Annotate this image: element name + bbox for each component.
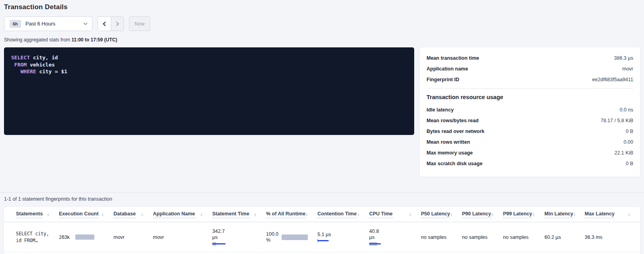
detail-value: movr [622,66,633,72]
detail-row-max-memory-usage: Max memory usage 22.1 KiB [427,147,633,158]
sort-icon[interactable]: ▲▼ [200,213,203,217]
sort-icon[interactable]: ▲▼ [357,213,360,217]
sql-indent [11,68,20,74]
sort-icon[interactable]: ▲▼ [254,213,256,217]
detail-value: 0.0 ns [620,107,633,113]
sql-keyword: WHERE [20,68,36,74]
column-header-label: P90 Latency [462,211,491,218]
detail-label: Mean rows written [427,139,470,145]
column-header-statement-time[interactable]: Statement Time▲▼ [212,211,266,218]
statement-line: SELECT city, [16,231,49,237]
statement-time-cell: 342.7 µs [212,229,266,246]
runtime-pct-bar [282,234,308,240]
detail-label: Mean rows/bytes read [427,118,479,123]
sql-keyword: FROM [14,62,27,68]
sql-line: SELECT city, id [11,54,407,61]
cpu-time-stdev-line [369,243,381,244]
sort-icon[interactable]: ▲▼ [450,213,452,217]
time-range-selected: Past 6 Hours [25,21,84,27]
p50-latency-cell: no samples [421,234,462,240]
column-header-database[interactable]: Database▲▼ [114,211,153,218]
detail-row-idle-latency: Idle latency 0.0 ns [427,104,633,115]
column-header-application-name[interactable]: Application Name▲▼ [153,211,212,218]
next-time-button[interactable] [111,17,123,31]
page-title: Transaction Details [4,3,640,11]
column-header-pct-of-all-runtime[interactable]: % of All Runtime▲▼ [266,211,317,218]
cpu-time-bar-chart [369,242,387,246]
column-header-label: Database [114,211,136,218]
prev-time-button[interactable] [98,17,111,31]
statement-time-bar-chart [212,242,230,246]
contention-time-cell: 5.1 µs [317,232,369,243]
detail-value: 386.3 µs [614,55,633,61]
sort-icon[interactable]: ▲▼ [491,213,493,217]
column-header-p99-latency[interactable]: P99 Latency▲▼ [503,211,544,218]
sort-icon[interactable]: ▲▼ [532,213,535,217]
sql-keyword: SELECT [11,55,30,61]
column-header-max-latency[interactable]: Max Latency▲▼ [585,211,640,218]
panel-divider [427,88,633,89]
column-header-cpu-time[interactable]: CPU Time▲▼ [369,211,421,218]
column-header-label: CPU Time [369,211,393,218]
sql-line: WHERE city = $1 [11,68,407,75]
now-button[interactable]: Now [129,16,150,31]
detail-row-application-name: Application name movr [427,63,633,74]
p99-latency-cell: no samples [503,234,544,240]
column-header-label: % of All Runtime [266,211,305,218]
column-header-contention-time[interactable]: Contention Time▲▼ [317,211,369,218]
detail-row-max-scratch-disk-usage: Max scratch disk usage 0 B [427,158,633,169]
sql-statement-box: SELECT city, id FROM vehicles WHERE city… [4,47,414,135]
detail-label: Application name [427,66,468,72]
detail-row-mean-rows-written: Mean rows written 0.00 [427,137,633,147]
detail-label: Idle latency [427,107,454,113]
column-header-p50-latency[interactable]: P50 Latency▲▼ [421,211,462,218]
cpu-time-cell: 40.8 µs [369,229,421,246]
execution-count-bar [75,234,94,240]
stats-line-prefix: Showing aggregated stats from [4,37,70,43]
sql-indent [11,62,14,68]
sql-line: FROM vehicles [11,61,407,68]
detail-row-bytes-read-over-network: Bytes read over network 0 B [427,126,633,137]
sort-icon[interactable]: ▲▼ [628,213,630,217]
sort-icon[interactable]: ▲▼ [47,213,49,217]
chevron-left-icon [103,21,107,26]
sort-icon[interactable]: ▲▼ [305,213,308,217]
sort-icon[interactable]: ▲▼ [102,213,104,217]
contention-time-value: 5.1 µs [317,232,360,237]
column-header-label: Min Latency [544,211,573,218]
table-row: SELECT city, id FROM… 263k movr movr 342… [4,222,640,252]
sort-icon[interactable]: ▲▼ [409,213,411,217]
sort-icon[interactable]: ▲▼ [573,213,575,217]
runtime-pct-cell: 100.0 % [266,231,317,243]
execution-count-cell: 263k [59,234,114,240]
time-range-dropdown[interactable]: 6h Past 6 Hours [4,16,92,31]
column-header-min-latency[interactable]: Min Latency▲▼ [544,211,585,218]
detail-row-mean-transaction-time: Mean transaction time 386.3 µs [427,53,633,63]
contention-time-stdev-line [317,240,329,241]
runtime-pct-unit: % [266,237,278,243]
detail-value: ee2df683f5aa9411 [592,77,633,82]
application-name-cell: movr [153,234,212,240]
sql-text: city, id [30,55,58,61]
sort-icon[interactable]: ▲▼ [141,213,143,217]
statement-link[interactable]: SELECT city, id FROM… [16,231,59,244]
database-cell: movr [114,234,153,240]
detail-label: Fingerprint ID [427,77,459,82]
statement-time-stdev-line [212,243,225,244]
column-header-label: Contention Time [317,211,356,218]
runtime-pct-value: 100.0 [266,231,278,237]
chevron-down-icon [84,21,88,25]
detail-value: 0 B [626,161,633,166]
detail-label: Bytes read over network [427,129,484,134]
detail-value: 78.17 / 5.8 KiB [601,118,633,123]
stats-line-range: 11:00 to 17:59 (UTC) [71,37,117,43]
cpu-time-unit: µs [369,234,411,240]
column-header-statements[interactable]: Statements▲▼ [16,211,59,218]
transaction-details-panel: Mean transaction time 386.3 µs Applicati… [420,47,640,177]
detail-label: Max scratch disk usage [427,161,482,166]
column-header-p90-latency[interactable]: P90 Latency▲▼ [462,211,503,218]
column-header-execution-count[interactable]: Execution Count▲▼ [59,211,114,218]
column-header-label: P99 Latency [503,211,532,218]
time-range-badge: 6h [10,20,21,28]
statements-table: Statements▲▼ Execution Count▲▼ Database▲… [4,207,640,254]
